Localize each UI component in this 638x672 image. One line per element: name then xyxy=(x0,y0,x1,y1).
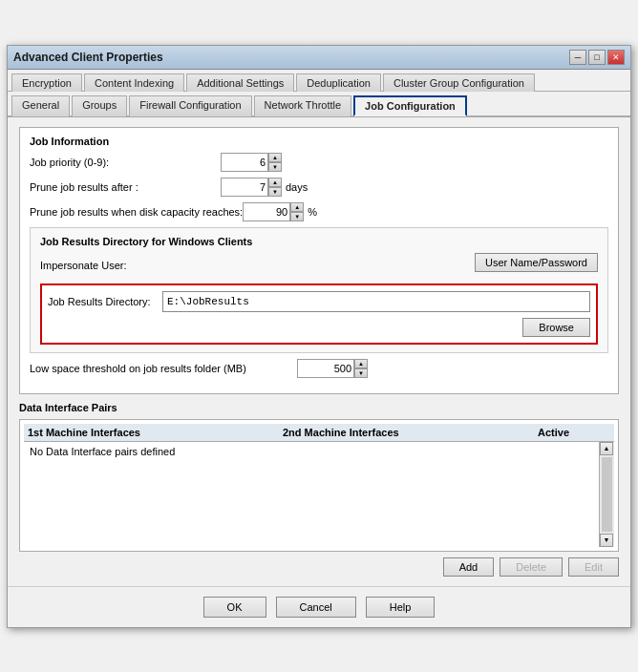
prune-disk-spin-down[interactable]: ▼ xyxy=(290,212,304,221)
tab-general[interactable]: General xyxy=(11,95,70,116)
data-pairs-buttons: Add Delete Edit xyxy=(19,557,619,577)
low-space-spin-down[interactable]: ▼ xyxy=(354,368,368,378)
priority-label: Job priority (0-9): xyxy=(30,157,221,168)
prune-results-spinner: ▲ ▼ xyxy=(221,178,282,197)
tab-firewall[interactable]: Firewall Configuration xyxy=(129,95,251,116)
prune-disk-input[interactable] xyxy=(243,202,290,221)
impersonate-label: Impersonate User: xyxy=(40,260,231,271)
job-results-dir-title: Job Results Directory for Windows Client… xyxy=(40,236,598,247)
close-button[interactable]: ✕ xyxy=(607,50,625,65)
prune-disk-unit: % xyxy=(308,206,317,218)
prune-disk-label: Prune job results when disk capacity rea… xyxy=(30,206,243,218)
vertical-scrollbar[interactable]: ▲ ▼ xyxy=(599,442,614,547)
low-space-row: Low space threshold on job results folde… xyxy=(30,359,608,378)
low-space-spinner: ▲ ▼ xyxy=(297,359,368,378)
user-name-password-button[interactable]: User Name/Password xyxy=(475,253,598,272)
main-content: Job Information Job priority (0-9): ▲ ▼ … xyxy=(8,117,630,586)
priority-spin-up[interactable]: ▲ xyxy=(268,153,282,162)
dir-row: Job Results Directory: xyxy=(48,291,590,312)
tab-groups[interactable]: Groups xyxy=(72,95,127,116)
prune-results-input[interactable] xyxy=(221,178,268,197)
prune-results-spin-down[interactable]: ▼ xyxy=(268,187,282,197)
priority-row: Job priority (0-9): ▲ ▼ xyxy=(30,153,608,172)
maximize-button[interactable]: □ xyxy=(588,50,606,65)
prune-disk-row: Prune job results when disk capacity rea… xyxy=(30,202,608,221)
prune-results-row: Prune job results after : ▲ ▼ days xyxy=(30,178,608,197)
main-window: Advanced Client Properties ─ □ ✕ Encrypt… xyxy=(7,45,631,628)
help-button[interactable]: Help xyxy=(366,597,436,618)
minimize-button[interactable]: ─ xyxy=(569,50,586,65)
priority-spin-down[interactable]: ▼ xyxy=(268,162,282,172)
window-title: Advanced Client Properties xyxy=(13,51,163,64)
scroll-up-arrow[interactable]: ▲ xyxy=(600,442,613,455)
prune-disk-spin-up[interactable]: ▲ xyxy=(290,202,304,212)
prune-disk-spin-buttons: ▲ ▼ xyxy=(290,202,304,221)
dir-label: Job Results Directory: xyxy=(48,296,162,307)
data-pairs-section-label: Data Interface Pairs xyxy=(19,402,619,413)
cancel-button[interactable]: Cancel xyxy=(276,597,356,618)
priority-spinner: ▲ ▼ xyxy=(221,153,282,172)
col2-header: 2nd Machine Interfaces xyxy=(283,427,538,438)
scroll-placeholder xyxy=(595,427,610,438)
prune-results-label: Prune job results after : xyxy=(30,181,221,193)
edit-button[interactable]: Edit xyxy=(568,557,619,577)
job-information-group: Job Information Job priority (0-9): ▲ ▼ … xyxy=(19,127,619,394)
scroll-thumb[interactable] xyxy=(602,457,612,532)
dir-input[interactable] xyxy=(162,291,590,312)
browse-button[interactable]: Browse xyxy=(522,318,590,337)
scroll-down-arrow[interactable]: ▼ xyxy=(600,534,613,547)
priority-input[interactable] xyxy=(221,153,268,172)
impersonate-row: Impersonate User: User Name/Password xyxy=(40,253,598,278)
job-info-title: Job Information xyxy=(30,136,608,147)
tabs-row-2: General Groups Firewall Configuration Ne… xyxy=(8,92,630,117)
data-pairs-table: 1st Machine Interfaces 2nd Machine Inter… xyxy=(19,419,619,552)
tab-additional-settings[interactable]: Additional Settings xyxy=(186,74,294,92)
prune-results-spin-up[interactable]: ▲ xyxy=(268,178,282,187)
prune-disk-spinner: ▲ ▼ xyxy=(243,202,304,221)
dir-highlight-box: Job Results Directory: Browse xyxy=(40,284,598,345)
ok-button[interactable]: OK xyxy=(203,597,266,618)
col3-header: Active xyxy=(538,427,595,438)
delete-button[interactable]: Delete xyxy=(500,557,563,577)
low-space-spin-up[interactable]: ▲ xyxy=(354,359,368,368)
table-body: No Data Interface pairs defined ▲ ▼ xyxy=(24,442,614,547)
tabs-row-1: Encryption Content Indexing Additional S… xyxy=(8,70,630,92)
prune-results-spin-buttons: ▲ ▼ xyxy=(268,178,282,197)
no-data-text: No Data Interface pairs defined xyxy=(28,444,177,459)
priority-spin-buttons: ▲ ▼ xyxy=(268,153,282,172)
low-space-spin-buttons: ▲ ▼ xyxy=(354,359,368,378)
tab-network-throttle[interactable]: Network Throttle xyxy=(254,95,352,116)
low-space-label: Low space threshold on job results folde… xyxy=(30,363,297,374)
table-header: 1st Machine Interfaces 2nd Machine Inter… xyxy=(24,424,614,442)
title-bar-controls: ─ □ ✕ xyxy=(569,50,625,65)
low-space-input[interactable] xyxy=(297,359,354,378)
job-results-dir-group: Job Results Directory for Windows Client… xyxy=(30,227,608,353)
prune-results-unit: days xyxy=(286,181,308,193)
footer-buttons: OK Cancel Help xyxy=(8,586,630,627)
tab-deduplication[interactable]: Deduplication xyxy=(296,74,381,92)
col1-header: 1st Machine Interfaces xyxy=(28,427,283,438)
tab-encryption[interactable]: Encryption xyxy=(11,74,82,92)
tab-job-config[interactable]: Job Configuration xyxy=(353,95,467,116)
tab-content-indexing[interactable]: Content Indexing xyxy=(84,74,184,92)
title-bar: Advanced Client Properties ─ □ ✕ xyxy=(8,46,630,70)
add-button[interactable]: Add xyxy=(443,557,495,577)
tab-cluster-group[interactable]: Cluster Group Configuration xyxy=(383,74,535,92)
